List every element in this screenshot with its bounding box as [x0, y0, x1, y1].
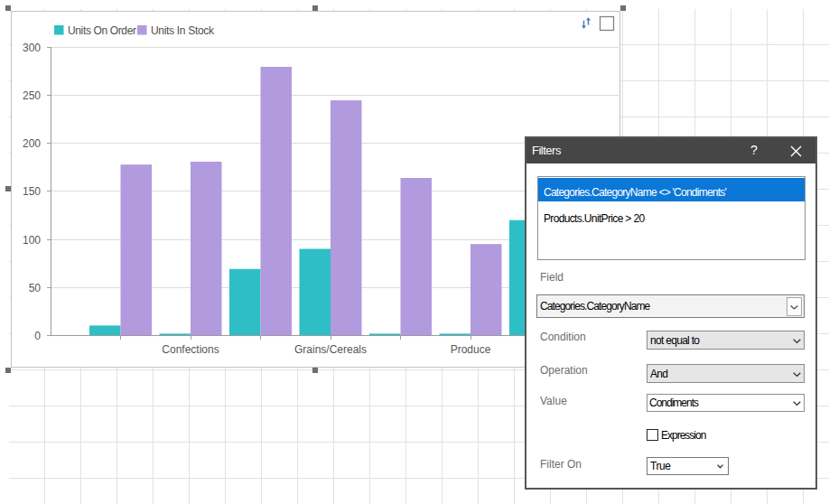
svg-text:200: 200 [23, 137, 41, 150]
svg-text:Grains/Cereals: Grains/Cereals [294, 343, 367, 356]
svg-text:300: 300 [23, 42, 41, 54]
svg-text:0: 0 [34, 330, 41, 342]
svg-text:Confections: Confections [162, 343, 219, 356]
svg-text:250: 250 [23, 89, 41, 102]
svg-text:100: 100 [23, 234, 41, 247]
svg-text:Units In Stock: Units In Stock [151, 24, 215, 37]
svg-text:150: 150 [23, 185, 41, 198]
svg-text:50: 50 [29, 282, 42, 294]
svg-text:Units On Order: Units On Order [68, 24, 136, 37]
svg-text:Produce: Produce [451, 343, 491, 356]
